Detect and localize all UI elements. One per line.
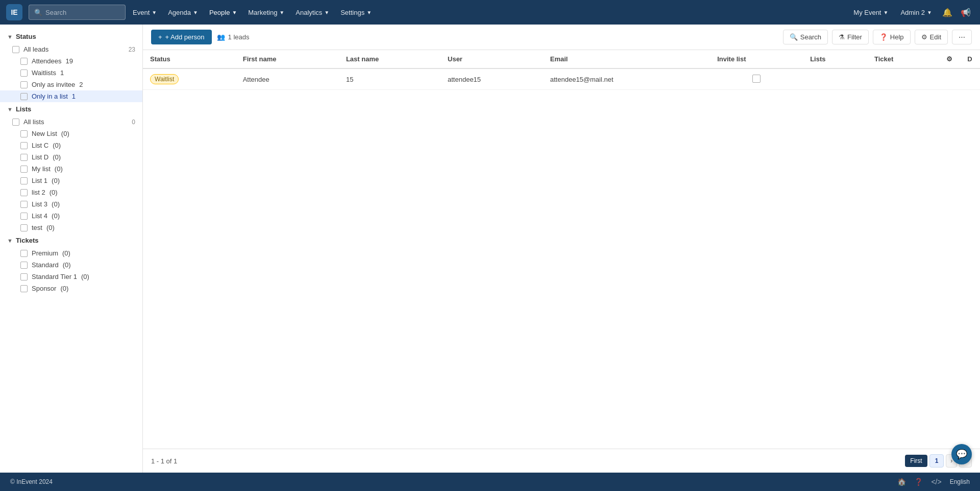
sidebar-item-premium[interactable]: Premium(0) [0,247,142,259]
question-icon[interactable]: ❓ [914,478,923,486]
search-button[interactable]: 🔍 Search [783,30,828,44]
checkbox-icon[interactable] [20,262,28,269]
leads-table: Status First name Last name User Email I… [143,50,980,90]
sidebar-item-list-3[interactable]: List 3(0) [0,198,142,210]
toolbar-right: 🔍 Search ⚗ Filter ❓ Help ⚙ Edit [783,30,972,44]
checkbox-icon[interactable] [20,81,28,88]
chevron-down-icon: ▼ [883,10,888,15]
sidebar-section-lists[interactable]: ▼Lists [0,102,142,116]
app-logo[interactable]: IE [6,4,22,20]
sidebar-section-tickets[interactable]: ▼Tickets [0,233,142,247]
my-event-menu[interactable]: My Event ▼ [848,6,893,19]
sidebar: ▼StatusAll leads23Attendees19Waitlists1O… [0,25,143,473]
sidebar-item-list-c[interactable]: List C(0) [0,139,142,151]
sidebar-item-standard-tier-1[interactable]: Standard Tier 1(0) [0,271,142,283]
item-count: (0) [53,142,61,149]
gear-icon: ⚙ [921,33,927,41]
sidebar-section-status[interactable]: ▼Status [0,30,142,43]
sidebar-item-list-4[interactable]: List 4(0) [0,210,142,222]
chevron-down-icon: ▼ [232,10,237,15]
search-input[interactable] [45,9,120,16]
checkbox-icon[interactable] [20,224,28,231]
nav-item-event[interactable]: Event▼ [128,6,162,19]
checkbox-icon[interactable] [20,142,28,149]
item-label: List 1 [32,177,47,184]
checkbox-icon[interactable] [20,58,28,65]
sidebar-item-waitlists[interactable]: Waitlists1 [0,67,142,79]
more-button[interactable]: ⋯ [952,30,972,44]
checkbox-icon[interactable] [20,69,28,77]
sidebar-item-only-as-invitee[interactable]: Only as invitee2 [0,79,142,90]
item-count: 2 [79,81,83,88]
cell-invite-list[interactable] [710,68,803,90]
checkbox-icon[interactable] [20,273,28,280]
item-count: (0) [62,249,70,257]
admin-menu[interactable]: Admin 2 ▼ [895,6,937,19]
sidebar-item-all-leads[interactable]: All leads23 [0,43,142,55]
checkbox-icon[interactable] [20,93,28,100]
sidebar-item-my-list[interactable]: My list(0) [0,163,142,175]
edit-button[interactable]: ⚙ Edit [915,30,948,44]
navbar-search[interactable]: 🔍 [29,5,126,20]
checkbox-icon[interactable] [20,201,28,208]
item-count: (0) [55,165,63,173]
item-label: My list [32,165,51,173]
nav-item-people[interactable]: People▼ [204,6,242,19]
sidebar-item-list-d[interactable]: List D(0) [0,151,142,163]
sidebar-item-test[interactable]: test(0) [0,222,142,233]
sidebar-item-list-1[interactable]: List 1(0) [0,175,142,186]
sidebar-item-new-list[interactable]: New List(0) [0,128,142,139]
language-label[interactable]: English [950,478,970,485]
checkbox-icon[interactable] [12,46,19,53]
checkbox-icon[interactable] [20,177,28,184]
checkbox-icon[interactable] [20,130,28,137]
cell-ticket [867,68,939,90]
nav-item-settings[interactable]: Settings▼ [335,6,377,19]
home-icon[interactable]: 🏠 [897,478,906,486]
sidebar-item-attendees[interactable]: Attendees19 [0,55,142,67]
content-area: + + Add person 👥 1 leads 🔍 Search ⚗ Filt… [143,25,980,473]
chat-button[interactable]: 💬 [951,444,972,464]
nav-item-agenda[interactable]: Agenda▼ [163,6,203,19]
invite-checkbox[interactable] [752,75,761,83]
chevron-down-icon: ▼ [279,10,284,15]
checkbox-icon[interactable] [20,189,28,196]
item-label: List 3 [32,200,47,208]
checkbox-icon[interactable] [12,119,19,126]
table-container: Status First name Last name User Email I… [143,50,980,449]
sidebar-item-all-lists[interactable]: All lists0 [0,116,142,128]
item-count: (0) [81,273,89,280]
col-invite-list: Invite list [710,50,803,68]
alerts-icon[interactable]: 📢 [958,4,974,20]
nav-label: Agenda [168,9,191,16]
item-count: 0 [132,119,135,126]
first-page-button[interactable]: First [905,455,927,467]
sidebar-item-list-2[interactable]: list 2(0) [0,186,142,198]
checkbox-icon[interactable] [20,166,28,173]
item-label: test [32,224,42,231]
section-label: Lists [16,105,31,113]
nav-item-marketing[interactable]: Marketing▼ [243,6,289,19]
nav-label: Settings [340,9,364,16]
nav-item-analytics[interactable]: Analytics▼ [290,6,334,19]
checkbox-icon[interactable] [20,213,28,220]
filter-button[interactable]: ⚗ Filter [832,30,869,44]
col-last-name: Last name [339,50,440,68]
code-icon[interactable]: </> [931,478,941,486]
content-toolbar: + + Add person 👥 1 leads 🔍 Search ⚗ Filt… [143,25,980,50]
notifications-icon[interactable]: 🔔 [939,4,955,20]
item-label: New List [32,130,57,137]
col-ticket: Ticket [867,50,939,68]
checkbox-icon[interactable] [20,250,28,257]
sidebar-item-standard[interactable]: Standard(0) [0,259,142,271]
checkbox-icon[interactable] [20,154,28,161]
item-label: List C [32,142,48,149]
checkbox-icon[interactable] [20,285,28,292]
col-settings[interactable]: ⚙ [939,50,960,68]
help-button[interactable]: ❓ Help [873,30,911,44]
sidebar-item-only-in-a-list[interactable]: Only in a list1 [0,90,142,102]
sidebar-item-sponsor[interactable]: Sponsor(0) [0,283,142,294]
item-count: (0) [60,285,68,292]
add-person-button[interactable]: + + Add person [151,30,212,44]
table-row[interactable]: Waitlist Attendee 15 attendee15 attendee… [143,68,980,90]
